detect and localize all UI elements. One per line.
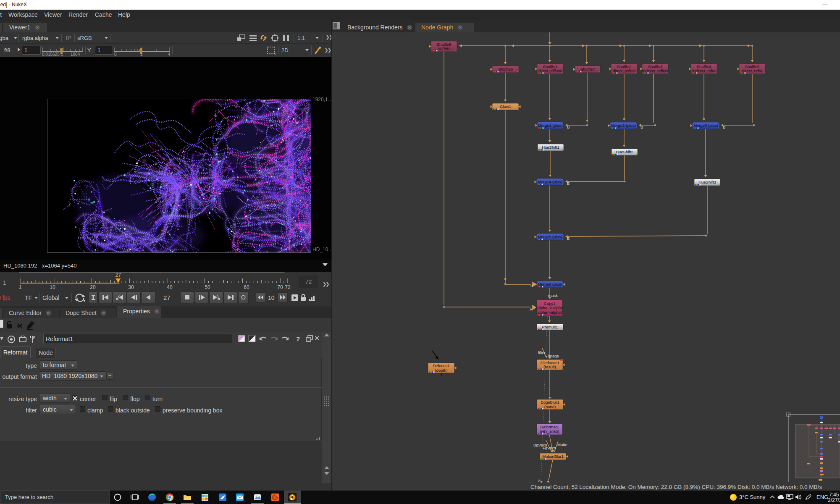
svg-text:ALPHA: ALPHA [437,46,451,51]
svg-text:72: 72 [285,284,291,290]
svg-text:B: B [640,125,643,129]
svg-text:30: 30 [128,284,134,290]
svg-text:10: 10 [50,284,55,290]
svg-text:mask: mask [548,293,558,298]
svg-text:Defocus1: Defocus1 [433,363,449,368]
svg-text:Shuffle8: Shuffle8 [437,42,452,47]
svg-text:Copy1: Copy1 [544,301,555,306]
svg-text:40: 40 [167,284,173,290]
svg-text:Merge3 (plus): Merge3 (plus) [693,123,718,128]
svg-text:B: B [723,125,725,129]
svg-text:Merge4 (plus): Merge4 (plus) [538,179,562,184]
svg-text:Shuffle7: Shuffle7 [580,67,595,71]
svg-text:(result): (result) [543,365,556,369]
svg-text:Glow1: Glow1 [500,104,511,109]
svg-text:Shuffle5: Shuffle5 [745,64,760,69]
svg-text:(alpha -> alpha: (alpha -> alpha [536,305,563,310]
svg-text:Merge5 (plus): Merge5 (plus) [538,234,562,239]
svg-text:image: image [548,354,559,358]
svg-text:Shuffle4: Shuffle4 [697,64,711,69]
svg-text:60: 60 [244,284,249,290]
svg-text:27: 27 [116,272,121,278]
svg-text:(HD_1080): (HD_1080) [540,429,559,434]
svg-text:B: B [567,181,570,186]
svg-text:2: 2 [538,478,540,483]
svg-text:Premult1: Premult1 [542,325,558,329]
svg-text:alpha->alpha): alpha->alpha) [537,310,562,315]
svg-text:Merge6 (plus): Merge6 (plus) [538,282,562,286]
svg-text:Matte: Matte [557,442,567,447]
svg-text:Channel Count: 52 Localizatio: Channel Count: 52 Localization Mode: On … [530,484,822,490]
svg-text:HueShift1: HueShift1 [542,145,559,150]
svg-text:(none): (none) [544,404,556,409]
svg-text:Reformat1: Reformat1 [540,425,559,429]
svg-text:50: 50 [205,284,210,290]
svg-text:Merge2 (plus): Merge2 (plus) [611,123,636,128]
svg-text:Merge1 (plus): Merge1 (plus) [538,123,563,128]
svg-text:Shuffle6: Shuffle6 [498,67,513,71]
svg-text:HueShift2: HueShift2 [616,150,633,154]
svg-text:B: B [567,236,570,241]
svg-text:Shuffle3: Shuffle3 [648,64,663,69]
svg-text:ZDefocus1: ZDefocus1 [540,360,559,365]
svg-text:B: B [567,125,570,129]
svg-text:EdgeBlur1: EdgeBlur1 [541,400,559,404]
svg-text:Shuffle1: Shuffle1 [543,64,558,69]
svg-text:HueShift3: HueShift3 [698,180,716,184]
svg-text:1: 1 [19,284,22,290]
svg-text:direct_reflect: direct_reflect [613,68,636,73]
svg-text:filter: filter [538,350,546,355]
svg-text:(depth): (depth) [435,368,447,373]
svg-text:A: A [530,307,533,312]
svg-text:70: 70 [277,284,283,290]
svg-text:MotionBlur1: MotionBlur1 [542,454,564,459]
svg-text:Shuffle2: Shuffle2 [617,64,632,69]
svg-text:▲: ▲ [561,360,563,362]
svg-text:B: B [530,284,533,288]
svg-text:FgVecs: FgVecs [543,446,556,450]
svg-text:20: 20 [90,284,96,290]
